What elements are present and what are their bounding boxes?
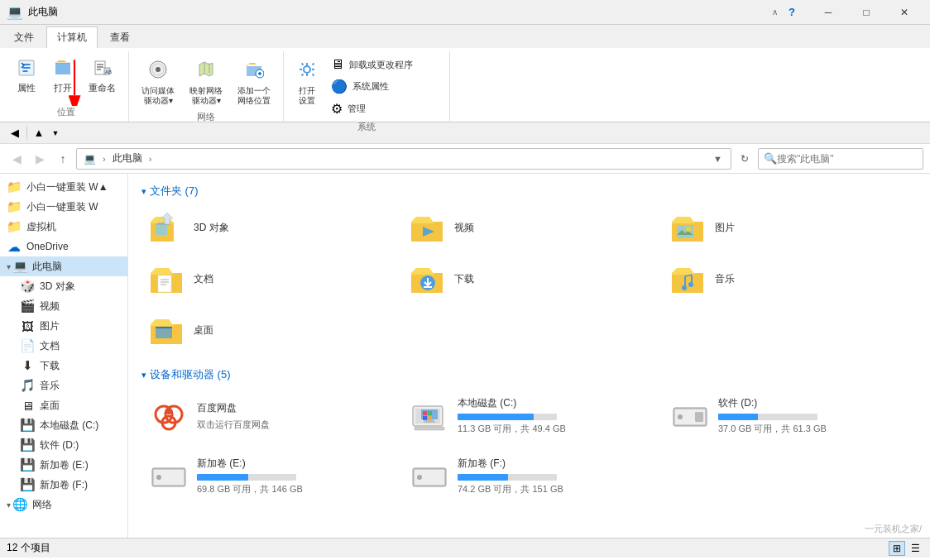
status-text: 12 个项目 (7, 541, 50, 555)
folder-item-doc[interactable]: 文档 (141, 258, 395, 299)
baidu-drive-name: 百度网盘 (197, 401, 388, 415)
map-network-button[interactable]: 映射网络驱动器▾ (184, 55, 228, 109)
manage-label: 管理 (348, 103, 366, 115)
access-media-button[interactable]: 访问媒体驱动器▾ (136, 55, 180, 109)
svg-rect-36 (695, 412, 703, 422)
folder-name-doc: 文档 (194, 272, 213, 286)
d-drive-bar-bg (718, 414, 817, 420)
rename-button[interactable]: AB 重命名 (83, 55, 122, 97)
sidebar-item-3d[interactable]: 🎲 3D 对象 (0, 276, 127, 296)
minimize-button[interactable]: ─ (809, 0, 847, 25)
view-grid-button[interactable]: ⊞ (889, 541, 905, 556)
f-drive-size: 74.2 GB 可用，共 151 GB (458, 483, 649, 495)
folder-item-video[interactable]: 视频 (402, 207, 656, 248)
drive-item-f[interactable]: 新加卷 (F:) 74.2 GB 可用，共 151 GB (402, 451, 656, 501)
svg-rect-15 (158, 275, 171, 292)
help-button[interactable]: ? (781, 4, 803, 21)
sidebar-item-music[interactable]: 🎵 音乐 (0, 376, 127, 395)
drive-item-baidu[interactable]: 百度网盘 双击运行百度网盘 (141, 390, 395, 441)
system-group-label: 系统 (357, 119, 376, 136)
sidebar-item-localc[interactable]: 💾 本地磁盘 (C:) (0, 415, 127, 435)
localc-icon: 💾 (20, 418, 35, 433)
e-drive-info: 新加卷 (E:) 69.8 GB 可用，共 146 GB (197, 457, 388, 495)
folder-icon-1: 📁 (7, 179, 22, 194)
properties-button[interactable]: 属性 (10, 55, 43, 97)
sidebar-item-newe[interactable]: 💾 新加卷 (E:) (0, 455, 127, 475)
sidebar-item-xiaobai2[interactable]: 📁 小白一键重装 W (0, 197, 127, 217)
drives-section-title[interactable]: ▾ 设备和驱动器 (5) (141, 367, 917, 382)
sidebar-item-softd[interactable]: 💾 软件 (D:) (0, 435, 127, 455)
folder-item-download[interactable]: 下载 (402, 258, 656, 299)
svg-rect-30 (428, 411, 432, 415)
desktop-icon: 🖥 (20, 398, 35, 413)
sidebar-item-video[interactable]: 🎬 视频 (0, 296, 127, 316)
sidebar-label-onedrive: OneDrive (26, 241, 69, 252)
sidebar-item-thispc[interactable]: ▾ 💻 此电脑 (0, 256, 127, 276)
add-location-button[interactable]: 添加一个网络位置 (232, 55, 276, 109)
sidebar-item-newf[interactable]: 💾 新加卷 (F:) (0, 475, 127, 495)
folder-item-music[interactable]: 音乐 (663, 258, 917, 299)
uninstall-label: 卸载或更改程序 (349, 59, 413, 71)
svg-point-10 (304, 66, 310, 73)
forward-button[interactable]: ▶ (30, 149, 50, 169)
ribbon: 属性 打开 AB (0, 48, 930, 122)
system-props-button[interactable]: 🔵 系统属性 (327, 76, 443, 97)
sidebar-item-picture[interactable]: 🖼 图片 (0, 316, 127, 336)
sidebar-item-download[interactable]: ⬇ 下载 (0, 356, 127, 376)
qa-dropdown-button[interactable]: ▼ (47, 125, 64, 141)
svg-rect-3 (95, 61, 105, 74)
up-button[interactable]: ↑ (53, 149, 73, 169)
search-input[interactable] (777, 153, 918, 165)
sidebar-item-desktop[interactable]: 🖥 桌面 (0, 395, 127, 415)
sidebar-item-vm[interactable]: 📁 虚拟机 (0, 217, 127, 237)
folder-item-desktop[interactable]: 桌面 (141, 309, 395, 351)
folder-name-download: 下载 (454, 272, 474, 286)
open-settings-button[interactable]: 打开设置 (290, 55, 324, 109)
drive-item-d[interactable]: 软件 (D:) 37.0 GB 可用，共 61.3 GB (663, 390, 917, 441)
c-drive-bar-bg (458, 414, 557, 420)
sidebar-label-video: 视频 (40, 299, 60, 314)
address-path[interactable]: 💻 › 此电脑 › ▼ (76, 148, 731, 170)
maximize-button[interactable]: □ (847, 0, 885, 25)
qa-separator (26, 127, 27, 140)
address-bar: ◀ ▶ ↑ 💻 › 此电脑 › ▼ ↻ 🔍 (0, 144, 930, 174)
drive-item-e[interactable]: 新加卷 (E:) 69.8 GB 可用，共 146 GB (141, 451, 395, 501)
open-button[interactable]: 打开 (46, 55, 79, 97)
uninstall-button[interactable]: 🖥 卸载或更改程序 (327, 55, 443, 74)
folders-section-title[interactable]: ▾ 文件夹 (7) (141, 184, 917, 199)
qa-back-button[interactable]: ◀ (7, 125, 23, 141)
path-thispc: 此电脑 (113, 151, 142, 165)
refresh-button[interactable]: ↻ (735, 149, 755, 169)
tab-view[interactable]: 查看 (99, 26, 141, 48)
status-bar: 12 个项目 ⊞ ☰ (0, 538, 930, 558)
c-drive-name: 本地磁盘 (C:) (458, 396, 649, 410)
close-button[interactable]: ✕ (885, 0, 923, 25)
svg-rect-32 (428, 416, 432, 420)
c-drive-icon (410, 400, 449, 433)
svg-rect-20 (156, 327, 172, 328)
folder-item-picture[interactable]: 图片 (663, 207, 917, 248)
tab-computer[interactable]: 计算机 (46, 26, 98, 49)
qa-up-button[interactable]: ▲ (31, 125, 47, 141)
view-list-button[interactable]: ☰ (907, 541, 923, 556)
network-group-label: 网络 (197, 109, 215, 127)
d-drive-icon (670, 400, 710, 433)
sidebar-item-xiaobai1[interactable]: 📁 小白一键重装 W▲ (0, 177, 127, 197)
sidebar-item-doc[interactable]: 📄 文档 (0, 336, 127, 356)
search-box[interactable]: 🔍 (758, 148, 923, 170)
manage-button[interactable]: ⚙ 管理 (327, 98, 443, 119)
tab-file[interactable]: 文件 (3, 26, 45, 48)
folder-name-3d: 3D 对象 (194, 221, 229, 235)
sidebar-label-3d: 3D 对象 (40, 280, 75, 294)
folder-item-3d[interactable]: 3D 对象 (141, 207, 395, 248)
svg-point-17 (682, 285, 687, 290)
path-dropdown-button[interactable]: ▼ (712, 154, 724, 164)
folder-name-music: 音乐 (715, 272, 735, 286)
sidebar-item-network[interactable]: ▾ 🌐 网络 (0, 495, 127, 515)
back-button[interactable]: ◀ (7, 149, 26, 169)
sidebar-item-onedrive[interactable]: ☁ OneDrive (0, 237, 127, 256)
settings-icon (297, 58, 317, 84)
drives-grid: 百度网盘 双击运行百度网盘 (141, 390, 917, 501)
drive-item-c[interactable]: 本地磁盘 (C:) 11.3 GB 可用，共 49.4 GB (402, 390, 656, 441)
sidebar-label-music: 音乐 (40, 379, 60, 393)
